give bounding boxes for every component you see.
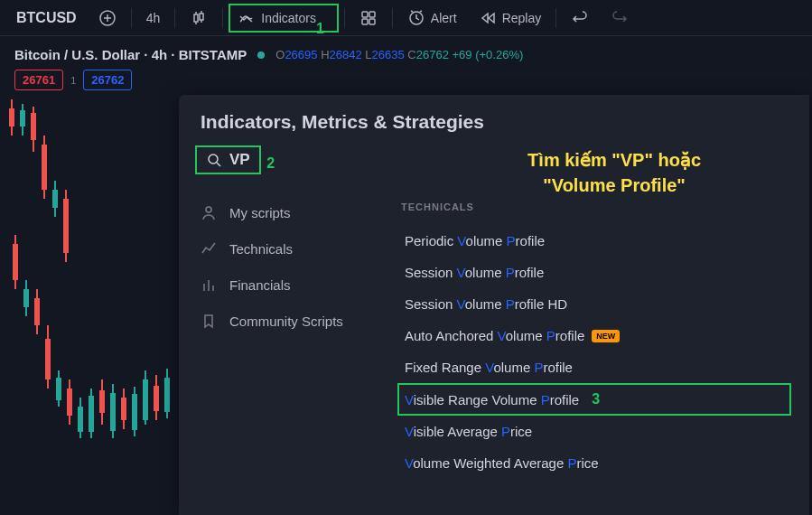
bar-chart-icon xyxy=(201,276,217,293)
redo-icon xyxy=(611,9,629,27)
indicator-result-item[interactable]: Volume Weighted Average Price xyxy=(397,447,791,479)
result-text: Visible Range Volume Profile xyxy=(405,392,579,407)
annotation-marker-2: 2 xyxy=(266,155,275,171)
candlestick-icon xyxy=(190,9,208,27)
sidebar-label: My scripts xyxy=(229,205,291,220)
bookmark-icon xyxy=(201,313,217,329)
result-text: Auto Anchored Volume Profile xyxy=(405,328,584,343)
separator xyxy=(222,8,223,28)
plus-circle-icon xyxy=(98,9,117,27)
sidebar-community[interactable]: Community Scripts xyxy=(179,303,379,339)
status-dot-icon xyxy=(257,52,265,59)
chart-style-button[interactable] xyxy=(181,4,217,33)
separator xyxy=(131,8,132,28)
interval-selector[interactable]: 4h xyxy=(137,5,170,31)
result-text: Periodic Volume Profile xyxy=(405,233,545,248)
chart-canvas[interactable] xyxy=(0,99,181,515)
alert-clock-icon xyxy=(407,9,425,27)
svg-rect-2 xyxy=(200,14,203,20)
search-row: VP 2 xyxy=(179,145,809,180)
person-icon xyxy=(201,204,217,220)
grid-icon xyxy=(359,9,378,27)
indicators-button[interactable]: Indicators 1 xyxy=(229,4,339,33)
ohlc-values: O26695 H26842 L26635 C26762 +69 (+0.26%) xyxy=(275,48,523,61)
svg-rect-5 xyxy=(362,19,368,24)
pair-title[interactable]: Bitcoin / U.S. Dollar · 4h · BITSTAMP xyxy=(14,47,247,62)
sidebar-my-scripts[interactable]: My scripts xyxy=(179,194,379,230)
results-panel: TECHNICALS Periodic Volume ProfileSessio… xyxy=(379,187,809,515)
svg-rect-3 xyxy=(362,12,368,17)
bid-ask-row: 26761 1 26762 xyxy=(0,70,812,98)
indicator-result-item[interactable]: Fixed Range Volume Profile xyxy=(397,351,791,383)
replay-button[interactable]: Replay xyxy=(470,4,551,33)
svg-rect-4 xyxy=(369,12,375,17)
svg-point-8 xyxy=(209,154,218,164)
line-chart-icon xyxy=(201,240,217,257)
new-badge: NEW xyxy=(592,330,620,342)
separator xyxy=(555,8,556,28)
result-text: Volume Weighted Average Price xyxy=(405,455,599,471)
ask-price[interactable]: 26762 xyxy=(83,70,132,90)
alert-label: Alert xyxy=(431,11,457,25)
templates-button[interactable] xyxy=(350,4,387,33)
indicator-result-item[interactable]: Visible Range Volume Profile3 xyxy=(397,383,791,416)
indicator-result-item[interactable]: Periodic Volume Profile xyxy=(397,225,791,257)
search-value: VP xyxy=(229,151,250,169)
rewind-icon xyxy=(479,9,497,27)
redo-button[interactable] xyxy=(602,4,638,33)
separator xyxy=(174,8,175,28)
undo-button[interactable] xyxy=(562,4,598,33)
indicator-result-item[interactable]: Session Volume Profile HD xyxy=(397,288,791,320)
separator xyxy=(392,8,393,28)
modal-body: My scripts Technicals Financials Communi… xyxy=(179,187,809,515)
modal-title: Indicators, Metrics & Strategies xyxy=(179,95,809,145)
sidebar-label: Technicals xyxy=(229,241,293,257)
result-text: Fixed Range Volume Profile xyxy=(405,360,573,375)
indicators-icon xyxy=(238,9,256,27)
indicators-modal: Indicators, Metrics & Strategies VP 2 Tì… xyxy=(179,95,809,515)
indicator-result-item[interactable]: Visible Average Price xyxy=(397,416,791,447)
annotation-marker-1: 1 xyxy=(316,21,324,37)
svg-point-9 xyxy=(206,207,211,212)
svg-rect-6 xyxy=(369,19,375,24)
indicator-result-item[interactable]: Auto Anchored Volume ProfileNEW xyxy=(397,320,791,351)
annotation-text: Tìm kiếm "VP" hoặc "Volume Profile" xyxy=(527,147,701,198)
top-toolbar: BTCUSD 4h Indicators 1 Alert Replay xyxy=(0,0,812,36)
svg-rect-1 xyxy=(194,14,198,22)
indicator-result-item[interactable]: Session Volume Profile xyxy=(397,257,791,288)
sidebar-label: Community Scripts xyxy=(229,314,343,329)
sidebar-technicals[interactable]: Technicals xyxy=(179,230,379,267)
result-text: Session Volume Profile xyxy=(405,265,544,280)
separator xyxy=(344,8,345,28)
replay-label: Replay xyxy=(502,11,542,25)
add-symbol-button[interactable] xyxy=(89,4,126,33)
bid-price[interactable]: 26761 xyxy=(14,70,63,90)
section-header: TECHNICALS xyxy=(397,194,791,225)
result-text: Session Volume Profile HD xyxy=(405,296,567,312)
sidebar-financials[interactable]: Financials xyxy=(179,267,379,303)
symbol-name[interactable]: BTCUSD xyxy=(7,5,86,32)
annotation-marker-3: 3 xyxy=(592,391,600,407)
modal-sidebar: My scripts Technicals Financials Communi… xyxy=(179,187,379,515)
alert-button[interactable]: Alert xyxy=(398,4,466,33)
indicators-label: Indicators xyxy=(261,11,316,25)
sidebar-label: Financials xyxy=(229,277,291,293)
search-icon xyxy=(206,152,222,168)
undo-icon xyxy=(571,9,589,27)
spread-value: 1 xyxy=(70,75,76,86)
chart-header: Bitcoin / U.S. Dollar · 4h · BITSTAMP O2… xyxy=(0,36,812,70)
search-input[interactable]: VP xyxy=(195,145,261,174)
result-text: Visible Average Price xyxy=(405,424,532,439)
